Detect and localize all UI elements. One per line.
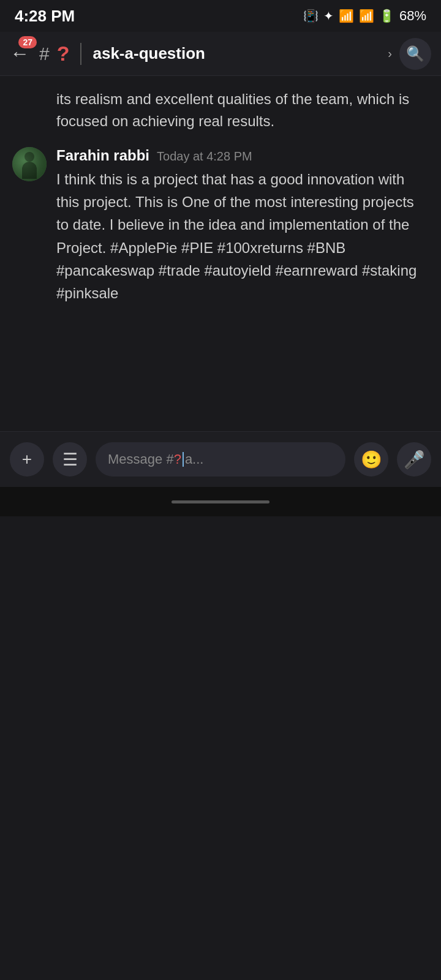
hash-icon: #	[39, 43, 50, 64]
navigation-bar	[0, 487, 441, 516]
message-input-bar: + ☰ Message # ? a... 🙂 🎤	[0, 432, 441, 487]
mic-icon: 🎤	[404, 450, 425, 470]
status-icons: 📳 ✦ 📶 📶 🔋 68%	[303, 8, 426, 24]
avatar-image	[12, 147, 47, 181]
message-time: Today at 4:28 PM	[157, 149, 252, 164]
vibrate-icon: 📳	[303, 9, 318, 23]
status-time: 4:28 PM	[15, 7, 75, 26]
channel-name[interactable]: ask-a-question	[92, 44, 380, 63]
notification-badge: 27	[18, 36, 37, 48]
question-icon: ?	[57, 42, 70, 66]
apps-button[interactable]: ☰	[53, 442, 87, 477]
message-text: I think this is a project that has a goo…	[56, 168, 429, 304]
chat-area: its realism and excellent qualities of t…	[0, 76, 441, 431]
channel-chevron-icon: ›	[388, 47, 392, 61]
battery-percentage: 68%	[399, 8, 426, 24]
input-cursor	[183, 452, 184, 467]
message-input[interactable]: Message # ? a...	[96, 442, 345, 477]
message-row: Farahin rabbi Today at 4:28 PM I think t…	[12, 147, 429, 304]
header-divider	[80, 43, 81, 65]
message-content: Farahin rabbi Today at 4:28 PM I think t…	[56, 147, 429, 304]
channel-header: ← 27 # ? ask-a-question › 🔍	[0, 32, 441, 76]
input-sub-placeholder: a...	[185, 451, 204, 467]
input-placeholder-text: Message #	[108, 451, 174, 467]
message-meta: Farahin rabbi Today at 4:28 PM	[56, 147, 429, 164]
apps-icon: ☰	[62, 450, 78, 470]
plus-icon: +	[22, 450, 32, 469]
emoji-button[interactable]: 🙂	[354, 442, 388, 477]
message-username: Farahin rabbi	[56, 147, 149, 164]
add-button[interactable]: +	[10, 442, 44, 477]
previous-message-text: its realism and excellent qualities of t…	[56, 88, 429, 132]
avatar	[12, 147, 47, 181]
emoji-icon: 🙂	[361, 450, 382, 470]
previous-message-continuation: its realism and excellent qualities of t…	[12, 88, 429, 132]
signal-icon: 📶	[359, 9, 374, 23]
input-question-mark: ?	[174, 451, 181, 467]
ai-icon: ✦	[323, 9, 334, 23]
search-icon: 🔍	[406, 45, 424, 62]
wifi-icon: 📶	[339, 9, 354, 23]
mic-button[interactable]: 🎤	[397, 442, 431, 477]
search-button[interactable]: 🔍	[399, 38, 431, 70]
battery-icon: 🔋	[379, 9, 394, 23]
home-indicator[interactable]	[172, 500, 270, 503]
status-bar: 4:28 PM 📳 ✦ 📶 📶 🔋 68%	[0, 0, 441, 32]
back-button[interactable]: ← 27	[10, 42, 29, 65]
